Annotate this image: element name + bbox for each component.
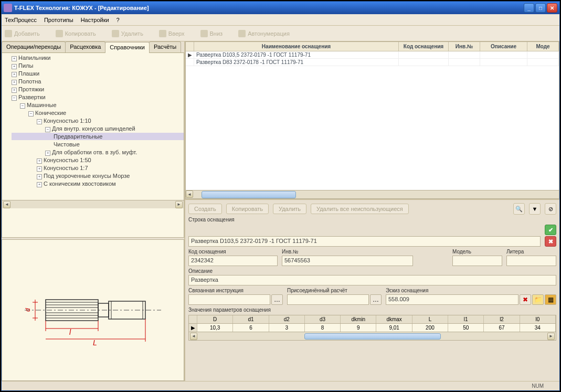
tb-delete[interactable]: Удалить xyxy=(112,30,143,37)
scroll-right-icon[interactable]: ► xyxy=(175,201,183,208)
delete-button[interactable]: Удалить xyxy=(273,204,306,214)
menu-prototypes[interactable]: Прототипы xyxy=(44,17,73,23)
tab-routing[interactable]: Расцеховка xyxy=(65,41,105,52)
tb-autonum[interactable]: Автонумерация xyxy=(238,30,290,37)
minimize-button[interactable]: _ xyxy=(524,3,534,13)
tree-node: +Протяжки xyxy=(12,86,184,93)
copy-icon xyxy=(56,30,63,37)
params-hscroll[interactable]: ◄ ► xyxy=(189,332,556,340)
up-icon xyxy=(159,30,166,37)
copy-button[interactable]: Копировать xyxy=(226,204,269,214)
create-button[interactable]: Создать xyxy=(188,204,222,214)
scroll-left-icon[interactable]: ◄ xyxy=(186,190,193,198)
tree-node: +Конусностью 1:7 xyxy=(12,164,184,172)
tree-node: −Конические xyxy=(12,109,184,116)
main-window: T-FLEX Технология: КОЖУХ - [Редактирован… xyxy=(1,1,560,391)
search-icon[interactable]: 🔍 xyxy=(513,203,525,215)
tree-node: −Развертки xyxy=(12,93,184,101)
reamer-drawing-icon: d l L xyxy=(14,271,172,349)
filter-clear-icon[interactable]: ⊘ xyxy=(545,203,556,215)
code-field[interactable]: 2342342 xyxy=(188,256,278,266)
right-panel: Наименование оснащения Код оснащения Инв… xyxy=(185,41,559,381)
svg-text:L: L xyxy=(93,338,97,347)
left-panel: Операции/переходы Расцеховка Справочники… xyxy=(2,41,185,381)
grid-hscroll[interactable]: ◄ xyxy=(186,190,559,198)
tree-node: +С коническим хвостовиком xyxy=(12,180,184,187)
scroll-thumb[interactable] xyxy=(304,333,441,340)
model-field[interactable] xyxy=(452,256,502,266)
table-row[interactable]: Развертка D83 2372-0178 -1 ГОСТ 11179-71 xyxy=(186,59,559,66)
tree-hscroll[interactable]: ◄ ► xyxy=(2,200,184,208)
litera-field[interactable] xyxy=(506,256,556,266)
tb-down[interactable]: Вниз xyxy=(200,30,223,37)
inv-field[interactable]: 56745563 xyxy=(282,256,413,266)
sketch-field[interactable]: 558.009 xyxy=(386,294,518,305)
detail-panel: Создать Копировать Удалить Удалить все н… xyxy=(185,199,559,381)
scroll-right-icon[interactable]: ► xyxy=(547,333,555,340)
fields-row: Код оснащения 2342342 Инв.№ 56745563 Мод… xyxy=(188,249,556,266)
tb-add[interactable]: Добавить xyxy=(5,30,40,37)
tree-node-selected[interactable]: Предварительные xyxy=(12,133,184,140)
add-icon xyxy=(5,30,12,37)
tab-operations[interactable]: Операции/переходы xyxy=(2,41,66,52)
filter-icon[interactable]: ▼ xyxy=(529,203,541,215)
window-title: T-FLEX Технология: КОЖУХ - [Редактирован… xyxy=(14,5,524,11)
calc-field[interactable] xyxy=(287,294,369,305)
delete-icon xyxy=(112,30,119,37)
reference-tree[interactable]: +Напильники +Пилы +Плашки +Полотна +Прот… xyxy=(2,53,184,238)
accept-button[interactable]: ✔ xyxy=(545,225,556,235)
tree-node: −Для внутр. конусов шпинделей xyxy=(12,125,184,132)
equipment-row-field[interactable]: Развертка D103,5 2372-0179 -1 ГОСТ 11179… xyxy=(188,236,541,247)
app-icon xyxy=(4,4,12,12)
svg-text:l: l xyxy=(69,328,71,336)
instruction-field[interactable] xyxy=(188,294,270,305)
status-num: NUM xyxy=(532,383,544,389)
label-row: Строка оснащения xyxy=(188,217,556,223)
tb-copy[interactable]: Копировать xyxy=(56,30,96,37)
equipment-grid[interactable]: Наименование оснащения Код оснащения Инв… xyxy=(185,41,559,199)
browse-calc-button[interactable]: … xyxy=(370,294,382,305)
tree-node: +Плашки xyxy=(12,70,184,77)
params-table[interactable]: Dd1d2 d3dkmindkmax Ll1l2 l0 ▶ 10,363 899… xyxy=(188,315,556,341)
table-row[interactable]: ▶ Развертка D103,5 2372-0179 -1 ГОСТ 111… xyxy=(186,51,559,59)
menu-techprocess[interactable]: ТехПроцесс xyxy=(5,17,37,23)
toolbar: Добавить Копировать Удалить Вверх Вниз А… xyxy=(2,26,559,41)
tab-calcs[interactable]: Расчёты xyxy=(149,41,181,52)
menubar: ТехПроцесс Прототипы Настройки ? xyxy=(2,14,559,26)
grid-header: Наименование оснащения Код оснащения Инв… xyxy=(186,42,559,51)
desc-field[interactable]: Развертка xyxy=(188,275,556,285)
scroll-left-icon[interactable]: ◄ xyxy=(190,333,197,340)
tree-node: +Полотна xyxy=(12,78,184,85)
sketch-delete-icon[interactable]: ✖ xyxy=(520,294,531,305)
params-header: Dd1d2 d3dkmindkmax Ll1l2 l0 xyxy=(189,315,556,324)
tree-node: −Конусностью 1:10 xyxy=(12,117,184,124)
sketch-show-icon[interactable]: ▦ xyxy=(545,294,556,305)
cancel-button[interactable]: ✖ xyxy=(545,236,556,247)
tree-node: +Под укороченные конусы Морзе xyxy=(12,172,184,179)
left-tabs: Операции/переходы Расцеховка Справочники… xyxy=(2,41,184,53)
tree-node: +Напильники xyxy=(12,54,184,61)
tab-references[interactable]: Справочники xyxy=(105,42,150,53)
menu-settings[interactable]: Настройки xyxy=(81,17,109,23)
tree-node: +Пилы xyxy=(12,62,184,69)
tree-node: Чистовые xyxy=(12,141,184,148)
close-button[interactable]: ✕ xyxy=(547,3,557,13)
tree-node: +Для обработки отв. в зуб. муфт. xyxy=(12,149,184,156)
tree-node: +Конусностью 1:50 xyxy=(12,156,184,164)
menu-help[interactable]: ? xyxy=(117,17,120,23)
titlebar: T-FLEX Технология: КОЖУХ - [Редактирован… xyxy=(2,2,559,14)
tool-preview: d l L xyxy=(2,239,184,381)
browse-instruction-button[interactable]: … xyxy=(271,294,283,305)
scroll-left-icon[interactable]: ◄ xyxy=(3,201,10,208)
params-row[interactable]: ▶ 10,363 899,01 2005067 34 xyxy=(189,324,556,332)
content-area: Операции/переходы Расцеховка Справочники… xyxy=(2,41,559,381)
svg-text:d: d xyxy=(24,308,31,312)
scroll-thumb[interactable] xyxy=(202,191,296,198)
sketch-open-icon[interactable]: 📁 xyxy=(532,294,544,305)
tree-node: −Машинные xyxy=(12,101,184,109)
tb-up[interactable]: Вверх xyxy=(159,30,185,37)
maximize-button[interactable]: □ xyxy=(535,3,546,13)
down-icon xyxy=(200,30,208,37)
statusbar: NUM xyxy=(2,381,559,390)
delete-unused-button[interactable]: Удалить все неиспользующиеся xyxy=(311,204,409,214)
